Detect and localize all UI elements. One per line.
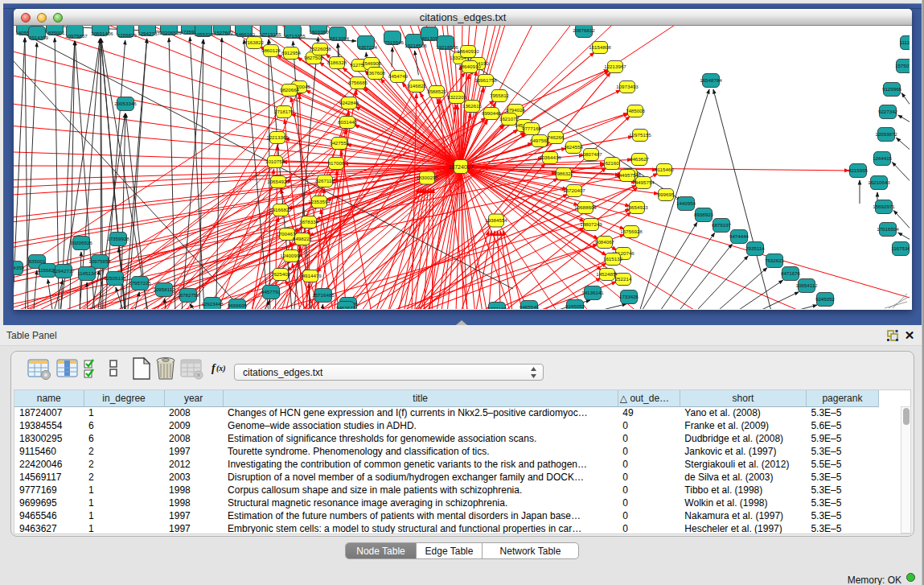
- svg-text:19218506: 19218506: [436, 44, 458, 50]
- svg-text:1112441: 1112441: [899, 39, 910, 45]
- svg-text:(x): (x): [216, 364, 226, 373]
- svg-text:7625402: 7625402: [271, 271, 291, 277]
- svg-text:14495754: 14495754: [616, 172, 639, 178]
- svg-text:817006: 817006: [328, 160, 345, 166]
- svg-text:9699695: 9699695: [228, 303, 248, 308]
- svg-text:12213967: 12213967: [604, 64, 626, 69]
- svg-text:14914479: 14914479: [299, 273, 322, 278]
- svg-text:16210643: 16210643: [868, 179, 890, 185]
- svg-text:6466160: 6466160: [236, 31, 256, 37]
- svg-text:8990448: 8990448: [482, 110, 502, 116]
- svg-text:10654921: 10654921: [267, 179, 290, 184]
- svg-text:8912954: 8912954: [281, 50, 302, 56]
- svg-text:8267110: 8267110: [315, 178, 335, 183]
- svg-text:3878334: 3878334: [299, 219, 319, 225]
- svg-text:12353594: 12353594: [308, 199, 331, 204]
- svg-text:15716485: 15716485: [312, 292, 335, 298]
- svg-text:6794024: 6794024: [506, 107, 526, 113]
- svg-text:699695: 699695: [658, 192, 675, 197]
- svg-text:1588520: 1588520: [427, 89, 447, 94]
- svg-text:8938923: 8938923: [694, 212, 714, 217]
- svg-text:5498222: 5498222: [293, 236, 313, 241]
- svg-text:9357224: 9357224: [358, 44, 378, 50]
- svg-text:1145134: 1145134: [77, 270, 97, 276]
- svg-text:9465546: 9465546: [519, 304, 540, 309]
- svg-text:9827503: 9827503: [304, 55, 324, 60]
- svg-text:8186328: 8186328: [327, 60, 347, 65]
- svg-text:18300295: 18300295: [416, 175, 438, 180]
- svg-text:5322203: 5322203: [447, 94, 467, 100]
- svg-text:16154808: 16154808: [589, 44, 611, 50]
- svg-text:16033809: 16033809: [309, 29, 331, 35]
- svg-text:1733426: 1733426: [619, 294, 639, 299]
- svg-text:16713355: 16713355: [283, 33, 306, 39]
- svg-text:7163822: 7163822: [244, 39, 265, 45]
- svg-text:9860124: 9860124: [261, 47, 281, 53]
- svg-text:9146821: 9146821: [407, 83, 427, 89]
- svg-text:12505135: 12505135: [104, 275, 126, 281]
- svg-text:9245052: 9245052: [565, 303, 585, 309]
- svg-text:6879197: 6879197: [712, 222, 732, 228]
- svg-text:20691406: 20691406: [91, 31, 113, 36]
- svg-text:17016504: 17016504: [877, 226, 899, 232]
- svg-text:7485003: 7485003: [626, 108, 646, 113]
- svg-text:14136141: 14136141: [581, 290, 604, 295]
- svg-text:9227342: 9227342: [878, 109, 898, 114]
- svg-text:1575074: 1575074: [895, 63, 910, 68]
- svg-text:10975857: 10975857: [88, 258, 111, 264]
- svg-text:20364436: 20364436: [539, 154, 561, 160]
- svg-text:1546906: 1546906: [362, 60, 382, 66]
- svg-text:12400994: 12400994: [280, 253, 302, 258]
- svg-text:10958117: 10958117: [153, 286, 175, 292]
- svg-text:2935114: 2935114: [745, 245, 765, 251]
- svg-text:19384554: 19384554: [485, 217, 507, 223]
- svg-text:1621072: 1621072: [499, 116, 519, 122]
- svg-text:15720407: 15720407: [563, 187, 585, 193]
- svg-text:8756685: 8756685: [348, 80, 368, 85]
- svg-text:9777169: 9777169: [487, 306, 507, 309]
- svg-text:16782759: 16782759: [177, 292, 199, 298]
- svg-text:19166827: 19166827: [269, 207, 292, 212]
- svg-text:7632621: 7632621: [765, 257, 785, 263]
- svg-text:9474444: 9474444: [729, 233, 749, 239]
- svg-text:15692971: 15692971: [873, 204, 895, 209]
- svg-text:8454749: 8454749: [388, 73, 409, 79]
- svg-text:8471676: 8471676: [781, 270, 801, 276]
- svg-text:62160: 62160: [605, 160, 619, 166]
- svg-text:13654923: 13654923: [626, 204, 648, 210]
- svg-text:9115460: 9115460: [655, 167, 674, 172]
- svg-text:3624554: 3624554: [564, 144, 584, 150]
- svg-text:8813054: 8813054: [330, 35, 350, 41]
- svg-text:18640910: 18640910: [457, 48, 479, 54]
- svg-text:835001: 835001: [48, 30, 65, 35]
- svg-text:15756928: 15756928: [620, 229, 643, 234]
- svg-text:9463627: 9463627: [630, 156, 650, 162]
- svg-text:9777169: 9777169: [522, 126, 542, 131]
- svg-text:1440954: 1440954: [676, 200, 696, 206]
- svg-text:9427552: 9427552: [330, 140, 350, 146]
- svg-text:20206526: 20206526: [70, 240, 92, 245]
- svg-text:9914359: 9914359: [29, 35, 49, 40]
- svg-text:12093872: 12093872: [875, 131, 897, 137]
- svg-text:12213369: 12213369: [266, 134, 289, 140]
- svg-text:10654112: 10654112: [795, 282, 818, 288]
- svg-text:12942737: 12942737: [138, 31, 160, 36]
- svg-text:1010753: 1010753: [265, 159, 285, 164]
- svg-text:9457791: 9457791: [261, 289, 281, 295]
- svg-text:1244415: 1244415: [873, 155, 893, 161]
- svg-text:9820664: 9820664: [280, 87, 300, 93]
- svg-text:10973493: 10973493: [616, 84, 639, 89]
- svg-text:1167534: 1167534: [891, 245, 910, 251]
- svg-text:2367608: 2367608: [366, 70, 386, 76]
- svg-text:20876812: 20876812: [573, 27, 595, 33]
- svg-text:13226058: 13226058: [309, 46, 331, 51]
- svg-text:9129966: 9129966: [882, 86, 902, 92]
- svg-text:18807249: 18807249: [580, 221, 602, 227]
- svg-text:14495754: 14495754: [632, 179, 655, 185]
- svg-text:10807487: 10807487: [580, 151, 602, 157]
- svg-text:18640910: 18640910: [458, 64, 481, 69]
- svg-text:835001: 835001: [29, 258, 46, 264]
- svg-text:746266: 746266: [548, 134, 565, 140]
- svg-text:7955812: 7955812: [490, 93, 510, 98]
- svg-text:1362615: 1362615: [462, 103, 483, 109]
